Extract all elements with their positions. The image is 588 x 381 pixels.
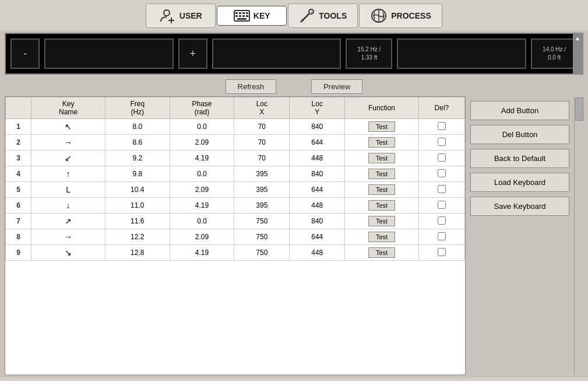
table-row: 6 ↓ 11.0 4.19 395 448 Test bbox=[6, 198, 465, 214]
row-del-5 bbox=[418, 182, 464, 198]
row-num-1: 1 bbox=[6, 119, 31, 135]
row-freq-1: 8.0 bbox=[105, 119, 170, 135]
row-phase-6: 4.19 bbox=[170, 198, 234, 214]
info-display-2: 14.0 Hz / 0.0 ft bbox=[531, 39, 578, 69]
table-row: 5 L 10.4 2.09 395 644 Test bbox=[6, 182, 465, 198]
display-bar: - + 15.2 Hz / 1.33 ft 14.0 Hz / 0.0 ft ▲ bbox=[5, 33, 583, 75]
row-del-6 bbox=[418, 198, 464, 214]
row-num-5: 5 bbox=[6, 182, 31, 198]
row-locy-3: 448 bbox=[290, 151, 345, 166]
del-button-btn[interactable]: Del Button bbox=[470, 125, 569, 144]
row-num-7: 7 bbox=[6, 214, 31, 229]
add-button-btn[interactable]: Add Button bbox=[470, 101, 569, 120]
key-table: KeyName Freq(Hz) Phase(rad) LocX LocY Fu… bbox=[5, 97, 465, 261]
row-keyname-5: L bbox=[31, 182, 105, 198]
test-btn-3[interactable]: Test bbox=[368, 153, 395, 163]
save-keyboard-btn[interactable]: Save Keyboard bbox=[470, 197, 569, 216]
del-checkbox-4[interactable] bbox=[438, 169, 446, 177]
test-btn-1[interactable]: Test bbox=[368, 121, 395, 132]
svg-rect-7 bbox=[246, 12, 248, 14]
row-del-2 bbox=[418, 135, 464, 151]
row-keyname-3: ↙ bbox=[31, 151, 105, 166]
row-locx-9: 750 bbox=[234, 245, 290, 261]
row-freq-4: 9.8 bbox=[105, 166, 170, 182]
row-locx-2: 70 bbox=[234, 135, 290, 151]
row-func-9: Test bbox=[345, 245, 419, 261]
keyboard-icon bbox=[234, 10, 250, 22]
row-keyname-7: ↗ bbox=[31, 214, 105, 229]
del-checkbox-6[interactable] bbox=[438, 201, 446, 209]
nav-label-user: USER bbox=[179, 11, 202, 20]
row-func-4: Test bbox=[345, 166, 419, 182]
nav-btn-tools[interactable]: TOOLS bbox=[288, 4, 358, 28]
table-row: 2 → 8.6 2.09 70 644 Test bbox=[6, 135, 465, 151]
row-phase-4: 0.0 bbox=[170, 166, 234, 182]
row-locy-1: 840 bbox=[290, 119, 345, 135]
back-to-default-btn[interactable]: Back to Default bbox=[470, 149, 569, 168]
del-checkbox-8[interactable] bbox=[438, 232, 446, 240]
svg-rect-5 bbox=[239, 12, 241, 14]
table-scroll[interactable]: KeyName Freq(Hz) Phase(rad) LocX LocY Fu… bbox=[5, 97, 465, 375]
del-checkbox-9[interactable] bbox=[438, 248, 446, 256]
del-checkbox-2[interactable] bbox=[438, 138, 446, 146]
scroll-up-arrow: ▲ bbox=[575, 35, 580, 41]
row-locx-4: 395 bbox=[234, 166, 290, 182]
test-btn-5[interactable]: Test bbox=[368, 184, 395, 195]
sidebar: Add Button Del Button Back to Default Lo… bbox=[470, 96, 569, 375]
info2-line2: 0.0 ft bbox=[548, 54, 561, 62]
test-btn-4[interactable]: Test bbox=[368, 169, 395, 179]
far-scroll-thumb[interactable] bbox=[575, 97, 583, 121]
row-keyname-1: ↖ bbox=[31, 119, 105, 135]
top-nav: USER KEY TOOLS bbox=[0, 0, 588, 30]
row-func-7: Test bbox=[345, 214, 419, 229]
row-locx-1: 70 bbox=[234, 119, 290, 135]
row-func-5: Test bbox=[345, 182, 419, 198]
row-num-4: 4 bbox=[6, 166, 31, 182]
row-locx-6: 395 bbox=[234, 198, 290, 214]
row-locy-6: 448 bbox=[290, 198, 345, 214]
info2-line1: 14.0 Hz / bbox=[543, 46, 566, 54]
table-row: 9 ↘ 12.8 4.19 750 448 Test bbox=[6, 245, 465, 261]
refresh-button[interactable]: Refresh bbox=[226, 79, 277, 94]
row-func-6: Test bbox=[345, 198, 419, 214]
test-btn-6[interactable]: Test bbox=[368, 200, 395, 211]
test-btn-8[interactable]: Test bbox=[368, 232, 395, 242]
col-header-phase: Phase(rad) bbox=[170, 97, 234, 119]
row-locy-2: 644 bbox=[290, 135, 345, 151]
del-checkbox-1[interactable] bbox=[438, 122, 446, 130]
col-header-locy: LocY bbox=[290, 97, 345, 119]
nav-btn-key[interactable]: KEY bbox=[217, 6, 287, 26]
main-display bbox=[44, 39, 174, 69]
row-phase-8: 2.09 bbox=[170, 229, 234, 245]
load-keyboard-btn[interactable]: Load Keyboard bbox=[470, 173, 569, 192]
row-num-8: 8 bbox=[6, 229, 31, 245]
test-btn-2[interactable]: Test bbox=[368, 137, 395, 148]
test-btn-9[interactable]: Test bbox=[368, 247, 395, 258]
row-func-1: Test bbox=[345, 119, 419, 135]
nav-label-key: KEY bbox=[253, 11, 270, 20]
row-del-4 bbox=[418, 166, 464, 182]
row-freq-2: 8.6 bbox=[105, 135, 170, 151]
row-keyname-9: ↘ bbox=[31, 245, 105, 261]
far-scroll[interactable] bbox=[574, 96, 583, 375]
info1-line1: 15.2 Hz / bbox=[357, 46, 381, 54]
del-checkbox-5[interactable] bbox=[438, 185, 446, 193]
test-btn-7[interactable]: Test bbox=[368, 216, 395, 226]
nav-btn-process[interactable]: PROCESS bbox=[359, 4, 442, 28]
minus-label: - bbox=[23, 48, 27, 60]
preview-button[interactable]: Preview bbox=[311, 79, 362, 94]
row-num-3: 3 bbox=[6, 151, 31, 166]
plus-display: + bbox=[178, 39, 207, 69]
nav-btn-user[interactable]: USER bbox=[146, 4, 216, 28]
del-checkbox-7[interactable] bbox=[438, 216, 446, 225]
row-func-3: Test bbox=[345, 151, 419, 166]
table-container: KeyName Freq(Hz) Phase(rad) LocX LocY Fu… bbox=[5, 96, 466, 375]
row-locx-5: 395 bbox=[234, 182, 290, 198]
display-scroll[interactable]: ▲ bbox=[573, 34, 582, 74]
row-phase-3: 4.19 bbox=[170, 151, 234, 166]
row-locy-9: 448 bbox=[290, 245, 345, 261]
row-phase-2: 2.09 bbox=[170, 135, 234, 151]
del-checkbox-3[interactable] bbox=[438, 153, 446, 162]
info-display-1: 15.2 Hz / 1.33 ft bbox=[346, 39, 392, 69]
row-freq-3: 9.2 bbox=[105, 151, 170, 166]
